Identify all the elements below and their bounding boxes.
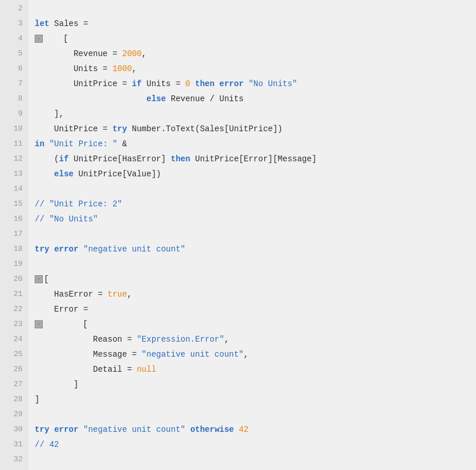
token-plain: ( — [35, 151, 59, 166]
token-kw-blue: error — [219, 76, 243, 91]
line-number: 17 — [5, 227, 23, 242]
code-line — [35, 257, 476, 272]
code-line: HasError = true, — [35, 287, 476, 302]
line-number: 28 — [5, 392, 23, 407]
token-kw-blue: try — [35, 422, 49, 437]
code-content[interactable]: let Sales = - [ Revenue = 2000, Units = … — [28, 0, 476, 470]
line-number: 12 — [5, 151, 23, 166]
line-number: 26 — [5, 362, 23, 377]
code-line: else Revenue / Units — [35, 91, 476, 106]
token-kw-blue: if — [132, 76, 142, 91]
line-number: 4 — [5, 31, 23, 46]
code-line — [35, 1, 476, 16]
token-plain: [ — [44, 31, 68, 46]
token-comment: // "No Units" — [35, 212, 98, 227]
code-line: // "Unit Price: 2" — [35, 197, 476, 212]
code-line: // 42 — [35, 437, 476, 452]
token-kw-blue: in — [35, 136, 45, 151]
token-plain — [190, 76, 195, 91]
token-val-orange: null — [136, 362, 156, 377]
token-plain: UnitPrice[HasError] — [69, 151, 171, 166]
code-line: in "Unit Price: " & — [35, 136, 476, 151]
token-kw-blue: error — [54, 242, 79, 257]
token-plain — [35, 166, 54, 182]
token-plain: Revenue / Units — [166, 91, 243, 106]
token-val-string: "negative unit count" — [142, 347, 243, 362]
token-plain: , — [127, 287, 132, 302]
token-val-string: "negative unit count" — [83, 422, 185, 437]
token-kw-blue: else — [54, 166, 74, 182]
token-val-string: "Unit Price: " — [49, 136, 117, 151]
line-number: 7 — [5, 76, 23, 91]
token-val-orange: 1000 — [112, 61, 132, 76]
line-number: 27 — [5, 377, 23, 392]
token-plain — [79, 242, 83, 257]
token-plain — [185, 422, 190, 437]
line-number: 18 — [5, 242, 23, 257]
code-line: UnitPrice = try Number.ToText(Sales[Unit… — [35, 121, 476, 136]
code-line: ], — [35, 106, 476, 121]
line-number: 3 — [5, 16, 23, 31]
line-number: 6 — [5, 61, 23, 76]
token-plain: , — [224, 332, 229, 347]
line-number: 10 — [5, 121, 23, 136]
line-number: 20 — [5, 272, 23, 287]
fold-icon[interactable]: - — [35, 320, 43, 328]
token-plain: UnitPrice[Error][Message] — [190, 151, 316, 166]
token-plain: Sales = — [49, 16, 93, 31]
token-plain: , — [243, 347, 248, 362]
token-plain: Detail = — [35, 362, 136, 377]
line-number: 25 — [5, 347, 23, 362]
token-val-string: "negative unit count" — [83, 242, 185, 257]
fold-icon[interactable]: - — [35, 35, 43, 43]
code-line: try error "negative unit count" otherwis… — [35, 422, 476, 437]
code-line — [35, 227, 476, 242]
token-kw-blue: let — [35, 16, 49, 31]
token-plain: ] — [35, 377, 79, 392]
token-comment: // 42 — [35, 437, 59, 452]
token-plain — [49, 422, 54, 437]
token-plain: Units = — [35, 61, 112, 76]
token-kw-blue: else — [146, 91, 166, 106]
line-number: 5 — [5, 46, 23, 61]
token-plain — [215, 76, 219, 91]
line-number: 9 — [5, 106, 23, 121]
token-plain: Revenue = — [35, 46, 122, 61]
token-plain — [45, 136, 49, 151]
code-line: Units = 1000, — [35, 61, 476, 76]
code-editor: 2345678910111213141516171819202122232425… — [0, 0, 476, 470]
code-line: try error "negative unit count" — [35, 242, 476, 257]
line-number: 22 — [5, 302, 23, 317]
line-number: 30 — [5, 422, 23, 437]
token-plain: Message = — [35, 347, 142, 362]
token-plain — [79, 422, 83, 437]
code-line: Message = "negative unit count", — [35, 347, 476, 362]
line-number: 21 — [5, 287, 23, 302]
token-plain: Reason = — [35, 332, 136, 347]
code-line — [35, 452, 476, 467]
code-line: ] — [35, 392, 476, 407]
token-plain: , — [142, 46, 146, 61]
code-line: -[ — [35, 272, 476, 287]
line-number: 11 — [5, 136, 23, 151]
fold-icon[interactable]: - — [35, 275, 43, 283]
token-val-orange: 2000 — [122, 46, 142, 61]
code-line: - [ — [35, 317, 476, 332]
token-plain: UnitPrice[Value]) — [73, 166, 161, 182]
code-line — [35, 182, 476, 197]
line-number: 24 — [5, 332, 23, 347]
token-comment: // "Unit Price: 2" — [35, 197, 122, 212]
token-plain: Number.ToText(Sales[UnitPrice]) — [127, 121, 283, 136]
token-plain: ] — [35, 392, 39, 407]
token-kw-blue: then — [195, 76, 215, 91]
token-plain — [234, 422, 239, 437]
token-val-orange: true — [108, 287, 127, 302]
code-line: // "No Units" — [35, 212, 476, 227]
token-plain: & — [117, 136, 127, 151]
token-plain — [243, 76, 248, 91]
token-kw-blue: error — [54, 422, 79, 437]
token-kw-blue: try — [112, 121, 127, 136]
token-plain: UnitPrice = — [35, 76, 132, 91]
line-number: 23 — [5, 317, 23, 332]
token-plain: ], — [35, 106, 64, 121]
